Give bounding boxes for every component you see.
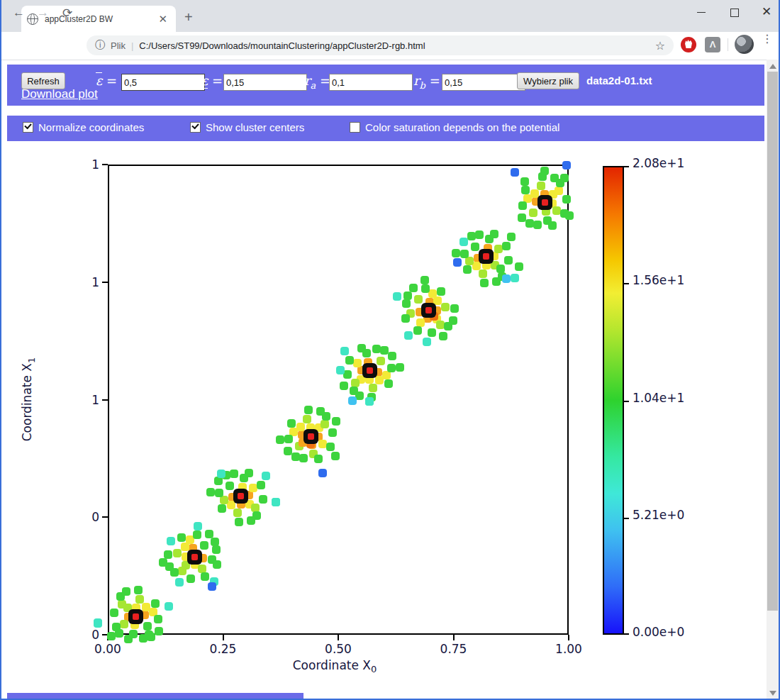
color-saturation-checkbox[interactable]	[350, 122, 360, 133]
colorbar	[603, 166, 624, 635]
scatter-point	[154, 615, 162, 623]
menu-kebab-icon[interactable]: ⋮	[762, 35, 769, 42]
scatter-point	[396, 363, 404, 372]
scatter-point	[502, 274, 511, 283]
outlier-point	[365, 397, 374, 406]
scatter-point	[507, 233, 516, 241]
scatter-point	[122, 587, 130, 596]
colorbar-tick-label: 1.56e+1	[633, 273, 684, 287]
scatter-point	[471, 243, 479, 251]
ra-input[interactable]	[329, 74, 413, 91]
scatter-point	[151, 599, 160, 608]
scrollbar-up-icon[interactable]	[769, 64, 776, 69]
y-tick-mark	[102, 516, 108, 518]
scatter-point	[490, 230, 498, 238]
address-bar[interactable]: ⓘ Plik | C:/Users/ST99/Downloads/mountai…	[87, 35, 674, 55]
extension-pdf-icon[interactable]: Ʌ	[705, 37, 720, 52]
x-tick-label: 0.00	[94, 642, 121, 656]
y-tick-label: 0	[91, 628, 99, 642]
extension-hand-icon[interactable]	[681, 37, 696, 52]
scatter-point	[299, 454, 308, 462]
scatter-point	[560, 174, 569, 182]
cluster-center-marker	[537, 195, 552, 210]
url-text[interactable]: C:/Users/ST99/Downloads/mountainClusteri…	[139, 40, 654, 51]
scatter-point	[235, 518, 243, 526]
scatter-point	[328, 428, 337, 437]
scatter-point	[217, 470, 225, 478]
option-normalize[interactable]: Normalize coordinates	[23, 121, 144, 133]
profile-avatar[interactable]	[735, 35, 754, 54]
choose-file-button[interactable]: Wybierz plik	[517, 72, 579, 89]
option-color-saturation[interactable]: Color saturation depends on the potentia…	[350, 121, 559, 133]
scatter-point	[173, 549, 182, 557]
normalize-checkbox[interactable]	[23, 122, 33, 133]
scatter-point	[326, 443, 335, 451]
scatter-point	[555, 187, 563, 195]
scatter-point	[380, 346, 389, 355]
scatter-point	[124, 635, 133, 643]
scatter-point	[340, 382, 348, 390]
tab-close-icon[interactable]: ✕	[155, 12, 170, 26]
cluster-center-marker	[479, 249, 494, 264]
colorbar-tick-label: 5.21e+0	[633, 508, 684, 522]
scatter-point	[304, 406, 313, 414]
scatter-point	[357, 344, 366, 352]
scatter-point	[502, 242, 511, 250]
scatter-point	[449, 316, 457, 325]
forward-button[interactable]: →	[37, 6, 49, 20]
bookmark-star-icon[interactable]: ☆	[655, 39, 665, 52]
scatter-point	[143, 622, 152, 630]
maximize-button[interactable]	[729, 7, 739, 17]
scatter-point	[200, 541, 208, 550]
scatter-point	[194, 522, 202, 530]
scatter-point	[225, 482, 234, 490]
scatter-point	[402, 299, 411, 308]
scatter-point	[463, 265, 472, 274]
outlier-point	[348, 396, 357, 405]
scatter-point	[452, 249, 460, 257]
minimize-button[interactable]	[696, 7, 706, 17]
parameter-toolbar: Refresh ε = ε = ra = rb = Wybierz plik d…	[7, 65, 764, 106]
scatter-point	[345, 356, 354, 365]
colorbar-tick-mark	[624, 401, 629, 402]
reload-button[interactable]: ⟳	[62, 6, 72, 21]
page-info-icon[interactable]: ⓘ	[95, 39, 105, 52]
scatter-point	[321, 420, 329, 428]
outlier-point	[511, 168, 519, 177]
rb-input[interactable]	[442, 74, 525, 91]
page-scrollbar[interactable]	[767, 60, 779, 700]
window-close-button[interactable]: ✕	[762, 7, 771, 17]
rb-label: rb =	[413, 73, 440, 91]
chosen-file-name: data2d-01.txt	[586, 74, 652, 87]
scatter-point	[369, 384, 377, 392]
option-show-centers[interactable]: Show cluster centers	[190, 121, 304, 133]
scatter-point	[548, 221, 557, 230]
scatter-point	[460, 250, 469, 258]
back-button[interactable]: ←	[13, 6, 25, 20]
cluster-center-marker	[128, 609, 143, 624]
scatter-point	[459, 238, 468, 246]
scatter-point	[401, 314, 410, 323]
scatter-point	[332, 417, 340, 426]
x-axis-label: Coordinate X0	[293, 658, 377, 674]
scatter-point	[467, 232, 476, 240]
outlier-point	[272, 498, 280, 506]
scatter-point	[479, 270, 487, 278]
color-saturation-label: Color saturation depends on the potentia…	[365, 121, 559, 133]
scrollbar-thumb[interactable]	[767, 72, 778, 611]
scatter-point	[520, 177, 529, 186]
show-centers-checkbox[interactable]	[190, 122, 201, 133]
epsilon-lower-input[interactable]	[223, 74, 307, 91]
plot-area	[108, 165, 569, 635]
colorbar-tick-label: 0.00e+0	[633, 625, 684, 639]
epsilon-upper-input[interactable]	[121, 74, 205, 91]
x-tick-mark	[223, 635, 224, 640]
scrollbar-down-icon[interactable]	[769, 691, 776, 696]
new-tab-button[interactable]: +	[184, 10, 193, 24]
scatter-point	[215, 489, 223, 497]
scatter-point	[428, 328, 436, 337]
next-section-strip	[7, 693, 303, 699]
scatter-point	[441, 303, 450, 311]
download-plot-link[interactable]: Download plot	[21, 87, 98, 101]
x-tick-label: 0.50	[325, 642, 352, 656]
